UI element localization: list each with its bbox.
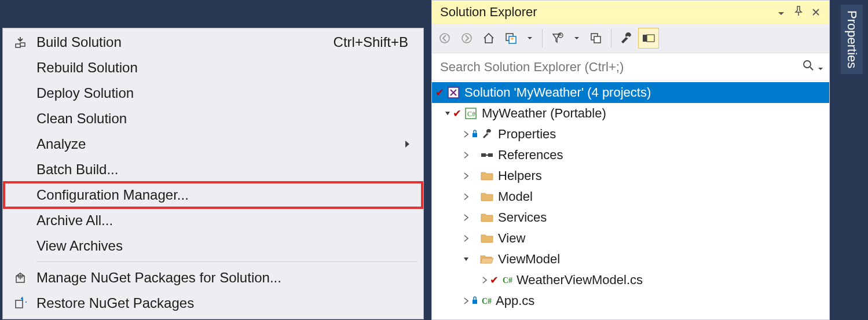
close-icon[interactable] <box>807 5 825 20</box>
dropdown-icon[interactable] <box>569 28 584 49</box>
tree-node-folder-model[interactable]: Model <box>432 186 829 207</box>
menu-item-rebuild-solution[interactable]: Rebuild Solution <box>4 55 422 80</box>
svg-point-11 <box>804 61 811 68</box>
search-icon[interactable] <box>803 60 814 75</box>
menu-label: Rebuild Solution <box>36 60 408 76</box>
menu-label: Batch Build... <box>36 161 408 178</box>
expand-right-icon[interactable] <box>461 193 471 200</box>
home-icon[interactable] <box>478 28 499 49</box>
package-icon <box>4 271 36 284</box>
expand-right-icon[interactable] <box>479 277 490 284</box>
menu-label: Configuration Manager... <box>36 187 408 203</box>
svg-text:C#: C# <box>482 297 492 306</box>
menu-item-configuration-manager[interactable]: Configuration Manager... <box>4 182 422 208</box>
expand-right-icon[interactable] <box>461 214 471 221</box>
pending-changes-filter-icon[interactable] <box>547 28 568 49</box>
folder-open-icon <box>479 254 495 264</box>
solution-icon <box>446 86 461 99</box>
tree-node-properties[interactable]: Properties <box>432 124 829 145</box>
search-input[interactable] <box>440 60 803 75</box>
menu-item-analyze[interactable]: Analyze <box>4 131 422 157</box>
tree-node-project[interactable]: ✔ C# MyWeather (Portable) <box>432 103 829 124</box>
window-menu-dropdown-icon[interactable] <box>772 5 790 20</box>
tree-node-folder-view[interactable]: View <box>432 228 829 249</box>
folder-icon <box>479 212 495 223</box>
panel-title-text: Solution Explorer <box>440 5 772 20</box>
tree-node-file-weatherviewmodel[interactable]: ✔ C# WeatherViewModel.cs <box>432 270 829 290</box>
svg-text:C#: C# <box>503 276 512 285</box>
tree-node-folder-services[interactable]: Services <box>432 207 829 228</box>
svg-rect-18 <box>485 155 489 156</box>
menu-item-restore-nuget[interactable]: Restore NuGet Packages <box>4 290 422 316</box>
folder-icon <box>479 192 495 202</box>
csharp-project-icon: C# <box>463 108 478 119</box>
checkmark-icon: ✔ <box>453 107 462 120</box>
menu-label: Clean Solution <box>36 111 408 127</box>
tree-label: App.cs <box>496 293 534 308</box>
menu-label: Archive All... <box>36 212 408 229</box>
svg-point-2 <box>440 34 449 43</box>
svg-rect-20 <box>473 300 477 304</box>
svg-text:C#: C# <box>467 110 475 118</box>
menu-item-archive-all[interactable]: Archive All... <box>4 208 422 233</box>
tree-label: View <box>498 231 525 246</box>
submenu-arrow-icon <box>405 137 411 152</box>
panel-toolbar <box>432 24 829 53</box>
solution-explorer-panel: Solution Explorer <box>431 0 830 320</box>
folder-icon <box>479 233 495 244</box>
menu-item-batch-build[interactable]: Batch Build... <box>4 157 422 182</box>
svg-rect-17 <box>488 153 493 157</box>
tree-label: Model <box>498 189 533 204</box>
tree-node-folder-viewmodel[interactable]: ViewModel <box>432 249 829 270</box>
tree-node-folder-helpers[interactable]: Helpers <box>432 165 829 186</box>
sync-views-icon[interactable] <box>500 28 521 49</box>
menu-label: Restore NuGet Packages <box>36 295 408 311</box>
menu-shortcut: Ctrl+Shift+B <box>334 34 408 50</box>
menu-label: Build Solution <box>36 34 334 50</box>
svg-rect-8 <box>594 36 600 43</box>
pin-icon[interactable] <box>790 5 807 20</box>
menu-item-clean-solution[interactable]: Clean Solution <box>4 106 422 131</box>
tree-node-file-app[interactable]: C# App.cs <box>432 290 829 311</box>
menu-label: Deploy Solution <box>36 85 408 101</box>
expand-right-icon[interactable] <box>461 131 471 138</box>
svg-rect-15 <box>473 133 477 137</box>
expand-down-icon[interactable] <box>442 110 453 117</box>
tree-label: Solution 'MyWeather' (4 projects) <box>464 85 651 100</box>
side-tab-label: Properties <box>841 5 863 74</box>
menu-item-build-solution[interactable]: Build Solution Ctrl+Shift+B <box>4 30 422 55</box>
wrench-icon <box>479 128 495 140</box>
tree-node-references[interactable]: References <box>432 145 829 165</box>
tree-node-solution[interactable]: ✔ Solution 'MyWeather' (4 projects) <box>432 82 829 103</box>
svg-point-3 <box>462 34 471 43</box>
show-all-files-icon[interactable] <box>585 28 606 49</box>
expand-right-icon[interactable] <box>461 297 471 304</box>
svg-rect-1 <box>16 300 23 308</box>
properties-icon[interactable] <box>616 28 637 49</box>
expand-right-icon[interactable] <box>461 152 471 159</box>
expand-down-icon[interactable] <box>461 256 471 263</box>
expand-right-icon[interactable] <box>461 172 471 179</box>
solution-tree: ✔ Solution 'MyWeather' (4 projects) ✔ C#… <box>432 81 829 312</box>
nav-forward-icon[interactable] <box>456 28 477 49</box>
dropdown-icon[interactable] <box>522 28 537 49</box>
restore-icon <box>4 297 36 310</box>
svg-rect-10 <box>647 35 654 42</box>
csharp-file-icon: C# <box>479 296 495 306</box>
references-icon <box>479 151 495 159</box>
menu-item-deploy-solution[interactable]: Deploy Solution <box>4 80 422 106</box>
search-dropdown-icon[interactable] <box>818 60 823 75</box>
menu-label: Manage NuGet Packages for Solution... <box>36 270 408 286</box>
tree-label: References <box>498 148 563 163</box>
expand-right-icon[interactable] <box>461 235 471 242</box>
preview-selected-icon[interactable] <box>638 28 659 49</box>
menu-item-view-archives[interactable]: View Archives <box>4 233 422 259</box>
menu-label: Analyze <box>36 136 408 152</box>
properties-side-tab[interactable]: Properties <box>836 0 868 320</box>
nav-back-icon[interactable] <box>434 28 455 49</box>
menu-item-manage-nuget[interactable]: Manage NuGet Packages for Solution... <box>4 265 422 290</box>
checkmark-icon: ✔ <box>490 274 499 286</box>
svg-rect-16 <box>481 153 486 157</box>
menu-separator <box>36 262 417 262</box>
search-bar[interactable] <box>432 53 829 81</box>
